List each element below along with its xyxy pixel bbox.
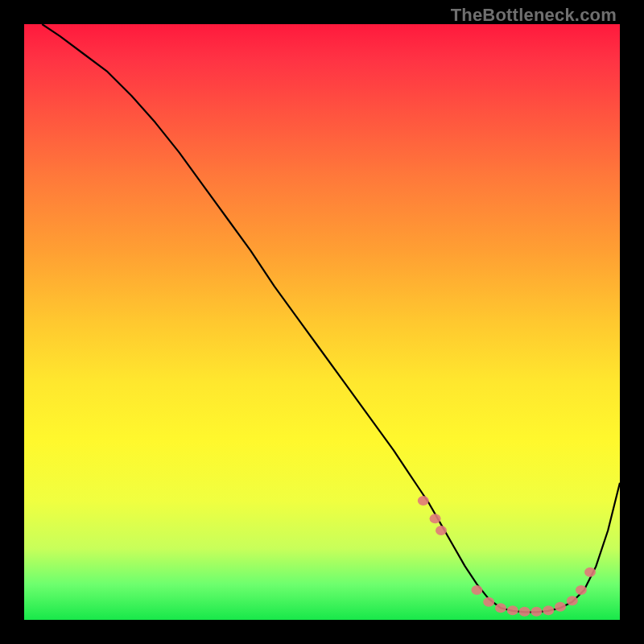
data-marker	[483, 597, 494, 607]
data-marker	[555, 602, 566, 612]
data-marker	[418, 496, 429, 506]
watermark-text: TheBottleneck.com	[451, 5, 617, 26]
data-marker	[436, 526, 447, 535]
plot-area	[24, 24, 620, 620]
data-marker	[584, 568, 596, 577]
data-marker	[507, 605, 518, 615]
chart-frame: TheBottleneck.com	[0, 0, 644, 644]
data-marker	[519, 607, 530, 617]
data-marker	[567, 596, 578, 605]
curve-layer	[24, 24, 620, 620]
data-marker	[495, 603, 506, 613]
data-marker	[530, 607, 542, 617]
data-marker	[471, 585, 482, 595]
data-marker	[430, 514, 441, 523]
data-marker	[543, 605, 554, 615]
bottleneck-curve	[42, 24, 620, 612]
data-marker	[576, 585, 587, 595]
marker-group	[418, 496, 596, 617]
